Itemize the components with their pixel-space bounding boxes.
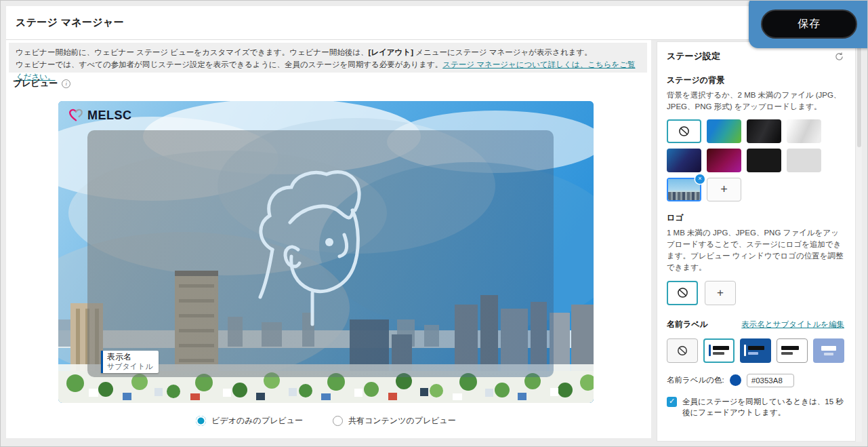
plus-icon: + — [717, 286, 724, 300]
header-bar: ステージ マネージャー — [6, 6, 861, 40]
display-name-text: 表示名 — [107, 352, 153, 362]
background-heading: ステージの背景 — [667, 75, 844, 86]
logo-heading: ロゴ — [667, 212, 844, 224]
stage-settings-panel: ステージ設定 ステージの背景 背景を選択するか、2 MB 未満のファイル (JP… — [657, 41, 856, 442]
color-hex-input[interactable] — [747, 374, 794, 387]
checkbox-checked-icon[interactable]: ✓ — [667, 397, 677, 407]
name-label-style-bars-outline[interactable] — [777, 338, 808, 363]
banner-line2: ウェビナーでは、すべての参加者が同じステージ設定を表示できるように、全員のステー… — [16, 60, 442, 69]
no-label-icon — [677, 345, 688, 356]
info-banner: ウェビナー開始前に、ウェビナー ステージ ビューをカスタマイズできます。ウェビナ… — [9, 43, 647, 73]
subtitle-text: サブタイトル — [107, 362, 153, 371]
main-panel: ウェビナー開始前に、ウェビナー ステージ ビューをカスタマイズできます。ウェビナ… — [6, 40, 651, 438]
background-upload-button[interactable]: + — [707, 178, 741, 201]
name-label-style-none[interactable] — [667, 338, 698, 363]
preview-mode-radios: ビデオのみのプレビュー 共有コンテンツのプレビュー — [58, 415, 594, 427]
no-logo-icon — [677, 287, 688, 298]
stage-settings-title: ステージ設定 — [667, 50, 720, 62]
remove-background-icon[interactable]: × — [695, 174, 705, 184]
name-label-style-left-bar-filled[interactable] — [740, 338, 771, 363]
background-option-none[interactable] — [667, 119, 701, 143]
background-option-city-photo-selected[interactable]: × — [667, 178, 701, 201]
sync-fadeout-label: 全員にステージを同期しているときは、15 秒後にフェードアウトします。 — [682, 396, 844, 419]
background-option-light-gray[interactable] — [787, 149, 821, 172]
save-button[interactable]: 保存 — [761, 9, 857, 39]
logo-options: + — [667, 281, 844, 305]
banner-line1: ウェビナー開始前に、ウェビナー ステージ ビューをカスタマイズできます。ウェビナ… — [16, 48, 592, 56]
background-option-light-wave[interactable] — [787, 119, 821, 143]
radio-selected-icon[interactable] — [196, 416, 206, 426]
radio-video-only-label: ビデオのみのプレビュー — [211, 415, 303, 427]
background-option-teal-green[interactable] — [707, 119, 741, 143]
no-background-icon — [678, 125, 690, 137]
name-label-heading: 名前ラベル — [667, 319, 708, 330]
save-button-highlight-box: 保存 — [749, 0, 868, 48]
stage-manager-window: ステージ マネージャー ウェビナー開始前に、ウェビナー ステージ ビューをカスタ… — [0, 0, 868, 447]
background-options-grid: × + — [667, 119, 844, 201]
sync-fadeout-row: ✓ 全員にステージを同期しているときは、15 秒後にフェードアウトします。 — [667, 396, 844, 419]
preview-heading: プレビュー i — [13, 77, 70, 90]
background-option-black[interactable] — [747, 149, 781, 172]
logo-upload-button[interactable]: + — [705, 281, 736, 305]
background-option-navy-purple[interactable] — [667, 149, 701, 172]
info-icon[interactable]: i — [62, 79, 70, 88]
logo-option-none[interactable] — [667, 281, 698, 305]
layout-menu-ref: [レイアウト] — [368, 48, 413, 56]
logo-description: 1 MB 未満の JPG、JPEG、PNG ファイルをアップロードすることで、ス… — [667, 227, 844, 274]
name-label-style-left-bar-outline-selected[interactable] — [703, 338, 735, 363]
video-placeholder-region — [87, 130, 554, 377]
stage-logo[interactable]: MELSC — [68, 108, 132, 123]
background-option-magenta[interactable] — [707, 149, 741, 172]
name-label-color-caption: 名前ラベルの色: — [667, 375, 724, 385]
heart-logo-icon — [68, 108, 84, 123]
page-title: ステージ マネージャー — [16, 16, 124, 29]
edit-display-name-link[interactable]: 表示名とサブタイトルを編集 — [741, 319, 844, 330]
sidebar-scrollbar[interactable] — [856, 41, 862, 442]
radio-video-only-preview[interactable]: ビデオのみのプレビュー — [196, 415, 303, 427]
color-swatch[interactable] — [730, 374, 741, 386]
name-label-preview[interactable]: 表示名 サブタイトル — [101, 351, 159, 373]
radio-shared-content-label: 共有コンテンツのプレビュー — [348, 415, 456, 427]
radio-unselected-icon[interactable] — [333, 416, 343, 426]
reset-refresh-icon[interactable] — [834, 52, 844, 62]
avatar-placeholder-icon — [248, 161, 394, 331]
city-thumbnail — [668, 179, 700, 200]
name-label-color-row: 名前ラベルの色: — [667, 374, 844, 387]
background-description: 背景を選択するか、2 MB 未満のファイル (JPG、JPEG、PNG 形式) … — [667, 90, 844, 113]
plus-icon: + — [720, 182, 728, 197]
name-label-style-solid-light-blue[interactable] — [813, 338, 844, 363]
stage-preview[interactable]: MELSC 表示名 サブタイトル — [58, 101, 594, 403]
radio-shared-content-preview[interactable]: 共有コンテンツのプレビュー — [333, 415, 456, 427]
background-option-dark-wave[interactable] — [747, 119, 781, 143]
name-label-style-options — [667, 338, 844, 363]
brand-text: MELSC — [87, 109, 132, 123]
